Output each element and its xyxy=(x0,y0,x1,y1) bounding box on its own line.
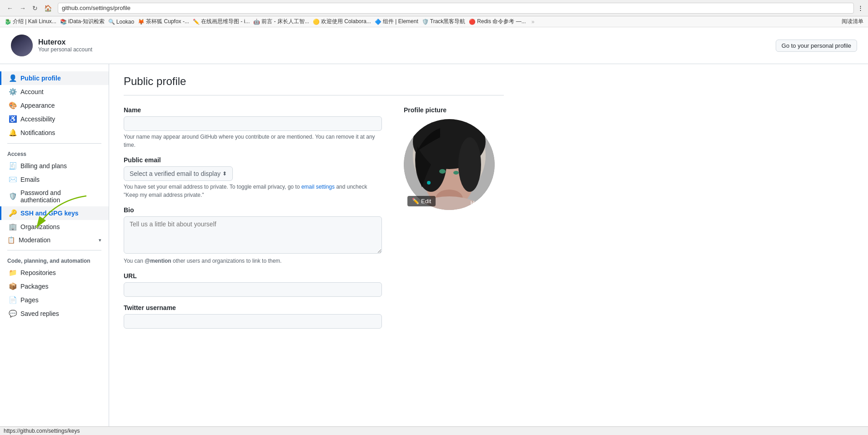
sidebar-item-label: SSH and GPG keys xyxy=(20,210,79,217)
profile-pic-username: Huterox xyxy=(470,200,491,206)
pages-icon: 📄 xyxy=(9,296,17,304)
sidebar-item-account[interactable]: ⚙️ Account xyxy=(0,85,109,99)
bookmark-item[interactable]: 🐉介绍 | Kali Linux... xyxy=(5,18,56,25)
sidebar-item-emails[interactable]: ✉️ Emails xyxy=(0,173,109,186)
bookmarks-bar: 🐉介绍 | Kali Linux...📚iData-知识检索🔍Lookao🦊茶杯… xyxy=(0,16,868,27)
sidebar-item-password-auth[interactable]: 🛡️ Password and authentication xyxy=(0,186,109,206)
sidebar-nav-section: 👤 Public profile⚙️ Account🎨 Appearance♿ … xyxy=(0,71,109,140)
sidebar-item-billing[interactable]: 🧾 Billing and plans xyxy=(0,159,109,173)
form-side: Profile picture xyxy=(404,106,504,336)
organizations-icon: 🏢 xyxy=(9,223,17,231)
bookmark-item[interactable]: 📚iData-知识检索 xyxy=(60,18,105,25)
sidebar-item-label: Emails xyxy=(20,176,40,183)
back-button[interactable]: ← xyxy=(5,4,15,13)
page-header: Huterox Your personal account Go to your… xyxy=(0,27,868,64)
edit-picture-button[interactable]: ✏️ Edit xyxy=(407,196,436,206)
svg-point-8 xyxy=(439,169,446,174)
bookmark-item[interactable]: 🔍Lookao xyxy=(108,19,134,25)
status-bar: https://github.com/settings/keys xyxy=(0,426,868,435)
twitter-label: Twitter username xyxy=(124,304,382,311)
bookmark-item[interactable]: ✏️在线画思维导图 - i... xyxy=(193,18,250,25)
sidebar-divider-2 xyxy=(7,250,101,250)
sidebar-item-packages[interactable]: 📦 Packages xyxy=(0,280,109,293)
refresh-button[interactable]: ↻ xyxy=(30,4,40,13)
profile-pic-title: Profile picture xyxy=(404,106,504,114)
sidebar-item-moderation[interactable]: 📋 Moderation ▾ xyxy=(0,234,109,246)
bio-mention: @mention xyxy=(145,258,171,264)
access-section-title: Access xyxy=(0,147,109,159)
sidebar-item-public-profile[interactable]: 👤 Public profile xyxy=(0,71,109,85)
sidebar-item-label: Notifications xyxy=(20,129,55,136)
url-field-group: URL xyxy=(124,272,382,297)
bookmark-item[interactable]: 🟡欢迎使用 Colabora... xyxy=(313,18,371,25)
svg-point-7 xyxy=(458,137,481,192)
sidebar-item-accessibility[interactable]: ♿ Accessibility xyxy=(0,112,109,126)
bookmark-item[interactable]: 🔷组件 | Element xyxy=(375,18,418,25)
email-select[interactable]: Select a verified email to display ⬍ xyxy=(124,166,233,181)
url-input[interactable] xyxy=(124,282,382,297)
main-content: Public profile Name Your name may appear… xyxy=(109,64,518,435)
browser-bar: ← → ↻ 🏠 ⋮ xyxy=(0,0,868,16)
twitter-field-group: Twitter username xyxy=(124,304,382,329)
ssh-gpg-icon: 🔑 xyxy=(9,209,17,217)
name-label: Name xyxy=(124,106,382,114)
billing-icon: 🧾 xyxy=(9,162,17,170)
email-help-before: You have set your email address to priva… xyxy=(124,184,301,190)
sidebar-item-repositories[interactable]: 📁 Repositories xyxy=(0,266,109,280)
sidebar-item-label: Password and authentication xyxy=(20,189,101,204)
bookmark-item[interactable]: 🔴Redis 命令参考 —... xyxy=(469,18,526,25)
username-heading: Huterox xyxy=(38,38,92,46)
bookmark-item[interactable]: 🤖前言 - 床长人工智... xyxy=(253,18,309,25)
address-bar[interactable] xyxy=(58,3,854,14)
email-select-text: Select a verified email to display xyxy=(130,170,221,177)
user-subtitle: Your personal account xyxy=(38,46,92,53)
account-icon: ⚙️ xyxy=(9,88,17,96)
sidebar-item-saved-replies[interactable]: 💬 Saved replies xyxy=(0,307,109,320)
extensions-button[interactable]: ⋮ xyxy=(858,5,863,11)
sidebar-item-pages[interactable]: 📄 Pages xyxy=(0,293,109,307)
repositories-icon: 📁 xyxy=(9,269,17,277)
email-settings-link[interactable]: email settings xyxy=(301,184,335,190)
name-help: Your name may appear around GitHub where… xyxy=(124,133,382,149)
user-info: Huterox Your personal account xyxy=(11,35,92,56)
appearance-icon: 🎨 xyxy=(9,101,17,110)
sidebar-item-label: Pages xyxy=(20,296,39,304)
edit-label: Edit xyxy=(421,198,431,205)
sidebar-item-label: Appearance xyxy=(20,102,55,109)
bio-label: Bio xyxy=(124,206,382,214)
email-select-arrow-icon: ⬍ xyxy=(222,170,227,177)
sidebar-item-appearance[interactable]: 🎨 Appearance xyxy=(0,99,109,112)
name-input[interactable] xyxy=(124,116,382,131)
bio-help: You can @mention other users and organiz… xyxy=(124,257,382,265)
status-url: https://github.com/settings/keys xyxy=(4,428,80,434)
sidebar-item-label: Saved replies xyxy=(20,310,59,317)
sidebar-item-organizations[interactable]: 🏢 Organizations xyxy=(0,220,109,234)
browser-nav: ← → ↻ 🏠 xyxy=(5,4,54,13)
form-section: Name Your name may appear around GitHub … xyxy=(124,106,504,336)
bookmark-item[interactable]: 🦊茶杯狐 Cupfox -... xyxy=(138,18,189,25)
chevron-down-icon: ▾ xyxy=(99,237,101,243)
twitter-input[interactable] xyxy=(124,314,382,329)
go-to-profile-button[interactable]: Go to your personal profile xyxy=(776,40,857,52)
sidebar-item-ssh-gpg[interactable]: 🔑 SSH and GPG keys xyxy=(0,206,109,220)
sidebar-item-notifications[interactable]: 🔔 Notifications xyxy=(0,126,109,140)
forward-button[interactable]: → xyxy=(17,4,28,13)
name-field-group: Name Your name may appear around GitHub … xyxy=(124,106,382,149)
packages-icon: 📦 xyxy=(9,282,17,290)
sidebar-item-label: Packages xyxy=(20,283,48,290)
profile-pic-container: ✏️ Edit Huterox xyxy=(404,119,495,210)
bookmark-item[interactable]: 🛡️Track黑客导航 xyxy=(422,18,466,25)
url-label: URL xyxy=(124,272,382,280)
saved-replies-icon: 💬 xyxy=(9,310,17,318)
bio-field-group: Bio You can @mention other users and org… xyxy=(124,206,382,265)
home-button[interactable]: 🏠 xyxy=(42,4,54,13)
email-field-group: Public email Select a verified email to … xyxy=(124,156,382,199)
code-section-title: Code, planning, and automation xyxy=(0,254,109,266)
bio-help-after: other users and organizations to link to… xyxy=(171,258,282,264)
bio-textarea[interactable] xyxy=(124,216,382,254)
emails-icon: ✉️ xyxy=(9,175,17,184)
accessibility-icon: ♿ xyxy=(9,115,17,123)
sidebar-item-label: Accessibility xyxy=(20,115,55,123)
reader-view-btn[interactable]: 阅读清单 xyxy=(842,18,863,25)
pencil-icon: ✏️ xyxy=(412,198,419,205)
